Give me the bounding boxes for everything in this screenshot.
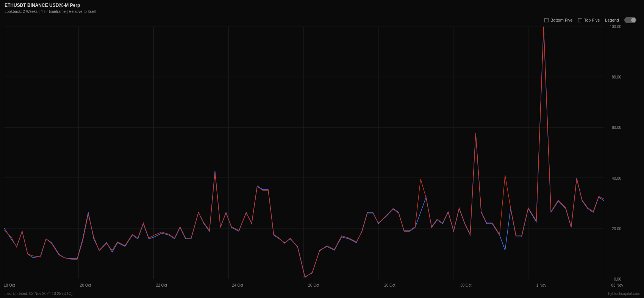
bottom-five-checkbox[interactable]: [544, 18, 549, 22]
x-label-22oct: 22 Oct: [156, 283, 167, 287]
legend-toggle[interactable]: [624, 17, 636, 23]
chart-container: 100.00 80.00 60.00 40.00 20.00 0.00: [4, 27, 623, 279]
chart-title: ETHUSDT BINANCE USDⓈ-M Perp: [5, 2, 96, 9]
toggle-knob: [631, 18, 636, 22]
top-five-legend: Top Five: [578, 18, 600, 22]
x-label-28oct: 28 Oct: [384, 283, 395, 287]
footer-last-updated: Last Updated: 03 Nov 2024 10:25 (UTC): [5, 292, 73, 296]
x-label-1nov: 1 Nov: [536, 283, 546, 287]
chart-header: ETHUSDT BINANCE USDⓈ-M Perp Lookback: 2 …: [5, 2, 96, 14]
x-label-18oct: 18 Oct: [4, 283, 15, 287]
legend-area: Bottom Five Top Five Legend: [544, 17, 636, 23]
y-axis: 100.00 80.00 60.00 40.00 20.00 0.00: [604, 27, 623, 279]
y-label-0: 0.00: [614, 277, 621, 281]
legend-label-item: Legend: [605, 18, 619, 22]
x-label-24oct: 24 Oct: [232, 283, 243, 287]
chart-subtitle: Lookback: 2 Weeks | 4 Hr timeframe | Rel…: [5, 9, 96, 14]
y-label-60: 60.00: [612, 125, 621, 130]
y-label-20: 20.00: [612, 226, 621, 231]
y-label-80: 80.00: [612, 75, 621, 79]
y-label-100: 100.00: [610, 25, 621, 29]
x-label-20oct: 20 Oct: [80, 283, 91, 287]
x-label-3nov: 03 Nov: [611, 283, 623, 287]
main-chart: [4, 27, 604, 279]
y-label-40: 40.00: [612, 176, 621, 180]
x-label-26oct: 26 Oct: [308, 283, 319, 287]
x-axis: 18 Oct 20 Oct 22 Oct 24 Oct 26 Oct 28 Oc…: [4, 283, 623, 287]
footer-watermark: hyblockcapital.com: [608, 292, 640, 296]
bottom-five-legend: Bottom Five: [544, 18, 573, 22]
blue-line: [4, 27, 604, 277]
top-five-checkbox[interactable]: [578, 18, 582, 22]
red-line: [4, 27, 604, 278]
x-label-30oct: 30 Oct: [460, 283, 471, 287]
